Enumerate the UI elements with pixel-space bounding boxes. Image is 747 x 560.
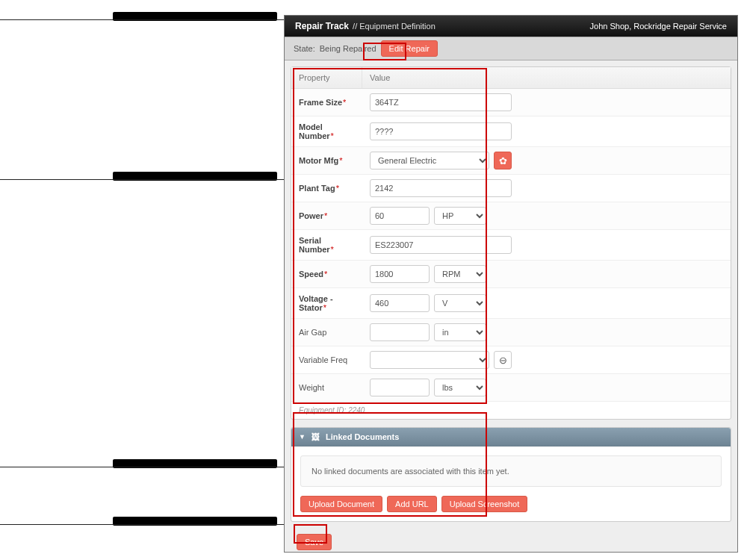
leader-line bbox=[0, 19, 284, 20]
voltage-unit-select[interactable]: V bbox=[434, 294, 486, 312]
model-number-input[interactable] bbox=[370, 122, 512, 140]
edit-repair-button[interactable]: Edit Repair bbox=[381, 40, 438, 57]
panel-header[interactable]: ▼ 🖼 Linked Documents bbox=[291, 428, 731, 447]
upload-document-button[interactable]: Upload Document bbox=[300, 496, 382, 512]
table-header: Property Value bbox=[291, 67, 731, 89]
minus-icon[interactable]: ⊖ bbox=[494, 351, 512, 369]
air-gap-unit-select[interactable]: in bbox=[434, 323, 486, 341]
power-unit-select[interactable]: HP bbox=[434, 207, 486, 225]
row-weight: Weight lbs bbox=[291, 374, 731, 402]
row-plant-tag: Plant Tag* bbox=[291, 175, 731, 202]
state-label: State: bbox=[294, 44, 315, 53]
app-title: Repair Track bbox=[295, 21, 349, 31]
col-value: Value bbox=[362, 67, 731, 88]
leader-line bbox=[0, 467, 284, 467]
row-serial-number: Serial Number* bbox=[291, 230, 731, 261]
speed-unit-select[interactable]: RPM bbox=[434, 265, 486, 283]
row-model-number: Model Number* bbox=[291, 116, 731, 147]
row-speed: Speed* RPM bbox=[291, 261, 731, 288]
gear-icon[interactable]: ✿ bbox=[494, 152, 512, 169]
chevron-down-icon: ▼ bbox=[299, 433, 306, 441]
speed-input[interactable] bbox=[370, 265, 430, 283]
row-voltage-stator: Voltage - Stator* V bbox=[291, 288, 731, 319]
row-frame-size: Frame Size* bbox=[291, 89, 731, 116]
row-power: Power* HP bbox=[291, 202, 731, 230]
voltage-input[interactable] bbox=[370, 294, 430, 312]
power-input[interactable] bbox=[370, 207, 430, 225]
upload-screenshot-button[interactable]: Upload Screenshot bbox=[441, 496, 528, 512]
app-header: Repair Track // Equipment Definition Joh… bbox=[285, 16, 737, 37]
variable-freq-select[interactable] bbox=[370, 351, 489, 369]
state-value: Being Repaired bbox=[320, 44, 376, 53]
leader-line bbox=[0, 524, 284, 525]
properties-table: Property Value Frame Size* Model Number*… bbox=[291, 66, 731, 420]
weight-input[interactable] bbox=[370, 379, 430, 396]
equipment-id: Equipment ID: 2240 bbox=[291, 402, 731, 419]
col-property: Property bbox=[291, 67, 362, 88]
image-icon: 🖼 bbox=[311, 432, 320, 441]
row-variable-freq: Variable Freq ⊖ bbox=[291, 346, 731, 374]
add-url-button[interactable]: Add URL bbox=[387, 496, 437, 512]
state-toolbar: State: Being Repaired Edit Repair bbox=[285, 37, 737, 60]
save-button[interactable]: Save bbox=[297, 534, 332, 550]
linked-documents-panel: ▼ 🖼 Linked Documents No linked documents… bbox=[291, 427, 731, 522]
leader-line bbox=[0, 179, 284, 180]
serial-number-input[interactable] bbox=[370, 236, 512, 254]
frame-size-input[interactable] bbox=[370, 93, 512, 111]
content-scroll[interactable]: Property Value Frame Size* Model Number*… bbox=[285, 60, 737, 552]
breadcrumb: // Equipment Definition bbox=[353, 22, 436, 31]
panel-title: Linked Documents bbox=[326, 432, 399, 441]
app-window: Repair Track // Equipment Definition Joh… bbox=[284, 15, 738, 553]
row-air-gap: Air Gap in bbox=[291, 319, 731, 346]
weight-unit-select[interactable]: lbs bbox=[434, 379, 486, 396]
user-label: John Shop, Rockridge Repair Service bbox=[590, 22, 727, 31]
air-gap-input[interactable] bbox=[370, 323, 430, 341]
motor-mfg-select[interactable]: General Electric bbox=[370, 152, 489, 169]
row-motor-mfg: Motor Mfg* General Electric ✿ bbox=[291, 147, 731, 175]
plant-tag-input[interactable] bbox=[370, 179, 512, 197]
docs-empty-message: No linked documents are associated with … bbox=[300, 455, 722, 487]
